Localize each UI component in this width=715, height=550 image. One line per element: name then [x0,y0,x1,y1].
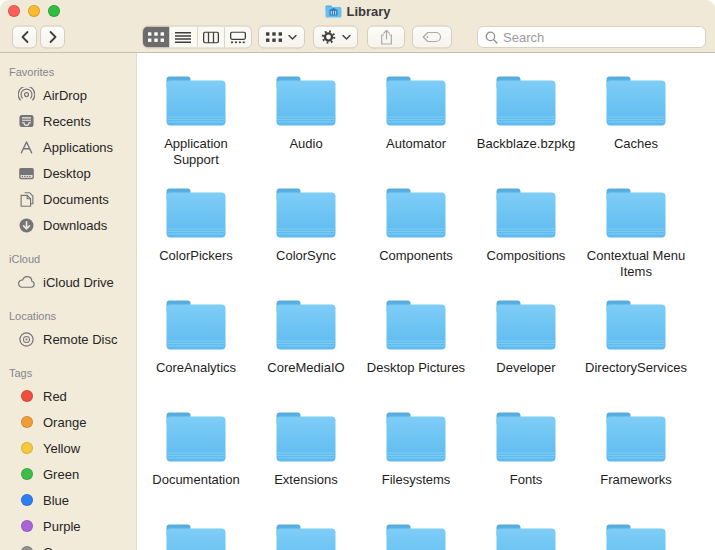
tag-color-dot [17,491,36,510]
search-icon [485,31,498,44]
sidebar-item-purple[interactable]: Purple [0,513,136,539]
sidebar-item-applications[interactable]: Applications [0,134,136,160]
folder-item-contextual-menu-items[interactable]: Contextual Menu Items [581,177,691,289]
folder-icon [275,524,337,550]
folder-item-components[interactable]: Components [361,177,471,289]
sidebar-section-title: Favorites [0,63,136,82]
view-switcher [142,26,252,49]
folder-item-partial[interactable] [581,513,691,550]
folder-item-documentation[interactable]: Documentation [141,401,251,513]
icon-view-icon [148,31,164,43]
sidebar-item-green[interactable]: Green [0,461,136,487]
folder-item-desktop-pictures[interactable]: Desktop Pictures [361,289,471,401]
sidebar-item-orange[interactable]: Orange [0,409,136,435]
close-button[interactable] [8,5,20,17]
folder-icon [605,524,667,550]
sidebar-item-desktop[interactable]: Desktop [0,160,136,186]
folder-item-partial[interactable] [141,513,251,550]
folder-item-extensions[interactable]: Extensions [251,401,361,513]
folder-label: Compositions [487,248,566,264]
folder-label: Fonts [510,472,543,488]
window-body: FavoritesAirDropRecentsApplicationsDeskt… [0,53,715,550]
sidebar-section-title: Tags [0,364,136,383]
downloads-icon [17,216,36,235]
search-input[interactable] [503,30,698,45]
folder-item-automator[interactable]: Automator [361,65,471,177]
folder-label: Audio [289,136,322,152]
sidebar-item-gray[interactable]: Gray [0,539,136,550]
back-button[interactable] [12,26,37,49]
folder-item-partial[interactable] [361,513,471,550]
view-list-button[interactable] [169,27,196,48]
folder-icon [165,524,227,550]
sidebar-item-documents[interactable]: Documents [0,186,136,212]
folder-item-compositions[interactable]: Compositions [471,177,581,289]
folder-icon [495,188,557,238]
sidebar-item-blue[interactable]: Blue [0,487,136,513]
folder-item-colorpickers[interactable]: ColorPickers [141,177,251,289]
share-button[interactable] [367,26,405,49]
minimize-button[interactable] [28,5,40,17]
sidebar-item-airdrop[interactable]: AirDrop [0,82,136,108]
sidebar-item-label: Documents [43,192,109,207]
view-icons-button[interactable] [143,27,169,48]
zoom-button[interactable] [48,5,60,17]
sidebar-item-icloud-drive[interactable]: iCloud Drive [0,269,136,295]
main-area: Application SupportAudioAutomatorBackbla… [137,53,715,550]
folder-item-backblaze-bzpkg[interactable]: Backblaze.bzpkg [471,65,581,177]
folder-icon [275,412,337,462]
folder-item-developer[interactable]: Developer [471,289,581,401]
sidebar-item-label: Red [43,389,67,404]
sidebar-item-remote-disc[interactable]: Remote Disc [0,326,136,352]
search-field[interactable] [477,26,706,48]
folder-label: Caches [614,136,658,152]
sidebar-item-recents[interactable]: Recents [0,108,136,134]
window-title-group: Library [324,0,390,22]
folder-icon [165,188,227,238]
toolbar [0,22,715,53]
chevron-down-icon [288,34,297,40]
folder-item-colorsync[interactable]: ColorSync [251,177,361,289]
folder-label: ColorPickers [159,248,233,264]
folder-item-coreanalytics[interactable]: CoreAnalytics [141,289,251,401]
folder-label: Documentation [152,472,239,488]
folder-item-fonts[interactable]: Fonts [471,401,581,513]
forward-button[interactable] [40,26,65,49]
icloud-icon [17,273,36,292]
gear-icon [321,30,336,45]
folder-label: Automator [386,136,446,152]
tag-color-dot [17,413,36,432]
folder-item-application-support[interactable]: Application Support [141,65,251,177]
sidebar-item-red[interactable]: Red [0,383,136,409]
sidebar-item-downloads[interactable]: Downloads [0,212,136,238]
folder-icon [385,300,447,350]
folder-item-coremediaio[interactable]: CoreMediaIO [251,289,361,401]
sidebar-item-yellow[interactable]: Yellow [0,435,136,461]
folder-item-partial[interactable] [471,513,581,550]
folder-item-frameworks[interactable]: Frameworks [581,401,691,513]
folder-item-partial[interactable] [251,513,361,550]
folder-icon [385,188,447,238]
folder-icon [605,76,667,126]
view-gallery-button[interactable] [224,27,251,48]
tag-color-dot [17,517,36,536]
sidebar-section-title: Locations [0,307,136,326]
action-menu-button[interactable] [313,26,358,49]
tag-color-dot [17,465,36,484]
folder-item-directoryservices[interactable]: DirectoryServices [581,289,691,401]
folder-item-filesystems[interactable]: Filesystems [361,401,471,513]
folder-item-audio[interactable]: Audio [251,65,361,177]
sidebar-section-locations: LocationsRemote Disc [0,307,136,352]
folder-icon [385,76,447,126]
group-button[interactable] [258,26,305,49]
column-view-icon [203,31,219,43]
sidebar-section-favorites: FavoritesAirDropRecentsApplicationsDeskt… [0,63,136,238]
sidebar-item-label: Orange [43,415,86,430]
sidebar-item-label: Yellow [43,441,80,456]
group-icon [266,31,282,43]
folder-item-caches[interactable]: Caches [581,65,691,177]
window-title: Library [346,4,390,19]
folder-icon [605,188,667,238]
view-columns-button[interactable] [197,27,224,48]
tag-button[interactable] [412,26,452,49]
